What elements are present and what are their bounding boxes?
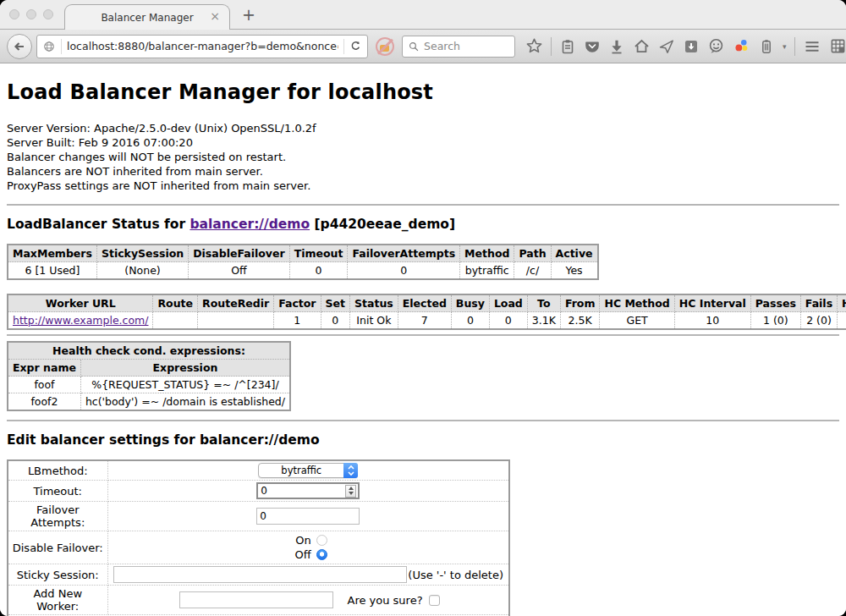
page-title: Load Balancer Manager for localhost [7,80,839,104]
column-header: Timeout [289,245,348,262]
loadbalancer-status-heading: LoadBalancer Status for balancer://demo … [7,217,839,232]
cell: GET [600,312,674,330]
cell: /c/ [514,262,551,280]
column-header: Factor [274,294,321,312]
container-clipboard-icon[interactable] [758,38,775,55]
proxypass-notice-line: ProxyPass settings are NOT inherited fro… [7,179,839,193]
column-header: RouteRedir [198,294,274,312]
column-header: Expr name [8,360,80,377]
tab-balancer-manager[interactable]: Balancer Manager × [64,4,230,30]
timeout-input[interactable] [256,482,360,499]
cell: http://www.example.com/ [8,312,153,330]
failover-attempts-input[interactable] [256,508,360,525]
url-bar[interactable]: localhost:8880/balancer-manager?b=demo&n… [36,35,368,58]
column-header: Set [321,294,349,312]
table-header-row: Worker URL Route RouteRedir Factor Set S… [8,294,846,312]
cell: 0 [348,262,460,280]
balancer-demo-link[interactable]: balancer://demo [190,217,310,232]
extension-color-dots-icon[interactable] [733,37,750,55]
pocket-icon[interactable] [584,38,601,55]
cell: 1 [274,312,321,330]
search-input[interactable]: Search [402,36,515,58]
back-button[interactable] [7,34,32,59]
column-header: Passes [750,294,800,312]
divider [7,334,839,336]
cell: 7 [398,312,451,330]
column-header: DisableFailover [189,245,289,262]
reload-icon[interactable] [349,40,362,52]
reading-list-icon[interactable] [559,38,576,55]
globe-icon [42,40,56,53]
column-header: Active [551,245,597,262]
form-row-lbmethod: LBmethod: bytraffic [8,460,509,481]
column-header: Path [514,245,551,262]
select-arrows-icon [343,463,358,478]
sticky-session-hint: (Use '-' to delete) [408,569,505,581]
tab-close-icon[interactable]: × [210,10,220,22]
cell: bytraffic [460,262,514,280]
home-icon[interactable] [633,37,651,55]
column-header: To [527,294,560,312]
cell: foof [8,377,80,393]
confirm-label: Are you sure? [348,594,423,607]
failover-attempts-label: Failover Attempts: [8,502,107,531]
column-header: Busy [451,294,489,312]
minimize-window-button[interactable] [26,9,36,19]
bookmark-star-icon[interactable] [525,37,543,55]
column-header: Method [460,245,514,262]
chevron-down-icon[interactable]: ▾ [783,42,787,51]
form-row-timeout: Timeout: [8,481,509,502]
menu-hamburger-icon[interactable] [803,38,821,55]
feedback-smiley-icon[interactable] [707,37,725,55]
form-row-sticky-session: Sticky Session: (Use '-' to delete) [8,564,509,586]
timeout-value[interactable] [261,485,345,497]
cell: 10 [674,312,750,330]
balancer-settings-form: LBmethod: bytraffic Timeout: [7,459,510,616]
edit-balancer-heading: Edit balancer settings for balancer://de… [7,432,839,448]
server-version-line: Server Version: Apache/2.5.0-dev (Unix) … [7,121,839,135]
add-worker-input[interactable] [179,591,333,608]
cell: foof2 [8,393,80,411]
disable-failover-on-radio[interactable] [316,535,327,546]
search-icon [408,41,420,52]
new-tab-button[interactable]: + [242,5,255,24]
divider [343,39,344,54]
tab-strip: Balancer Manager × + [0,0,846,30]
column-header: HC Interval [674,294,750,312]
divider [7,420,839,421]
timeout-label: Timeout: [8,481,107,502]
cell [198,312,274,330]
url-text[interactable]: localhost:8880/balancer-manager?b=demo&n… [67,40,338,52]
cell: Init Ok [350,312,398,330]
worker-url-link[interactable]: http://www.example.com/ [13,314,148,327]
table-row: foof %{REQUEST_STATUS} =~ /^[234]/ [8,377,290,393]
number-stepper[interactable] [345,485,356,498]
status-heading-prefix: LoadBalancer Status for [7,217,190,232]
confirm-checkbox[interactable] [429,595,440,606]
send-tab-icon[interactable] [658,38,675,55]
column-header: Elected [398,294,451,312]
table-header-row: Health check cond. expressions: [8,342,290,360]
radio-off-label: Off [289,548,311,561]
disable-failover-off-radio[interactable] [316,549,327,560]
lbmethod-select[interactable]: bytraffic [258,463,358,478]
cell: 3.1K [527,312,560,330]
search-placeholder: Search [424,40,460,52]
content-blocked-icon[interactable] [376,37,394,56]
close-window-button[interactable] [9,9,19,19]
cell: 0 [489,312,527,330]
downloads-icon[interactable] [608,38,625,55]
sticky-session-input[interactable] [113,566,407,583]
lbmethod-selected-value: bytraffic [259,465,343,476]
grid-extension-icon[interactable] [829,37,846,55]
cell: (None) [96,262,188,280]
toolbar-icons: ▾ [525,37,846,56]
download-panel-icon[interactable] [683,38,700,55]
column-header: HC Method [600,294,674,312]
cell [838,312,846,330]
navigation-toolbar: localhost:8880/balancer-manager?b=demo&n… [0,30,846,63]
cell: Off [189,262,289,280]
cell: 6 [1 Used] [8,262,96,280]
zoom-window-button[interactable] [43,9,53,19]
divider [794,37,795,56]
